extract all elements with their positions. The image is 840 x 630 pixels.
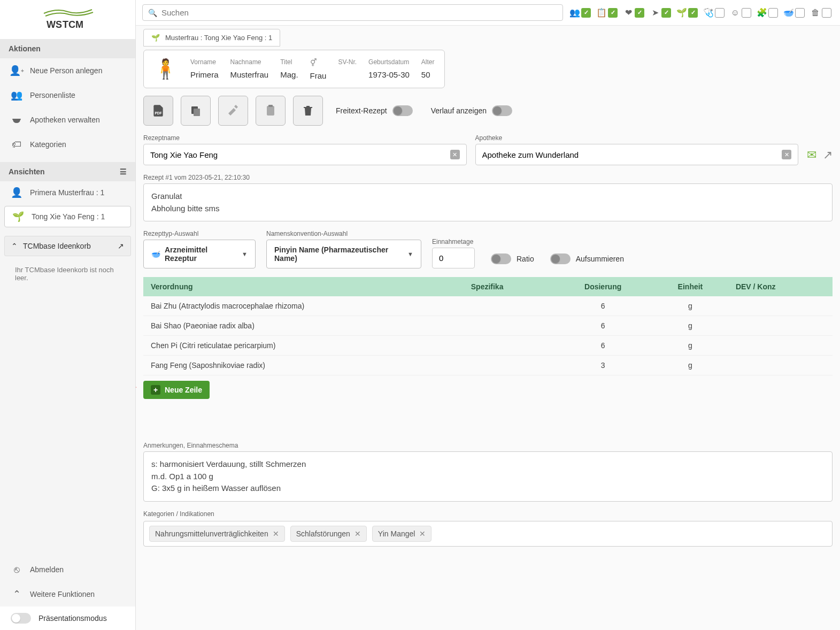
filter-people[interactable]: 👥✓	[567, 6, 593, 19]
filter-clipboard[interactable]: 📋✓	[594, 6, 620, 19]
menu-label: Apotheken verwalten	[30, 116, 100, 124]
svg-rect-4	[194, 109, 200, 116]
note-box[interactable]: Granulat Abholung bitte sms	[143, 183, 833, 221]
filter-send[interactable]: ➤✓	[648, 6, 673, 19]
view-person[interactable]: 👤Primera Musterfrau : 1	[0, 181, 135, 204]
search-input[interactable]	[161, 8, 557, 17]
filter-heart[interactable]: ❤✓	[621, 6, 646, 19]
filter-face[interactable]: ☺	[728, 6, 753, 19]
tags-icon: 🏷	[11, 139, 22, 150]
new-row-button[interactable]: +Neue Zeile	[143, 381, 210, 399]
apotheke-input[interactable]	[482, 150, 782, 159]
side-icons: ✉ ↗	[807, 148, 833, 165]
tag-row[interactable]: Nahrungsmittelunverträglichkeiten✕Schlaf…	[143, 521, 833, 547]
filter-trash[interactable]: 🗑	[808, 6, 834, 19]
sprout-icon: 🌱	[151, 34, 160, 42]
arrow-annotation	[136, 377, 143, 393]
ratio-toggle[interactable]	[491, 253, 511, 264]
action-row: PDF Freitext-Rezept Verlauf anzeigen	[143, 96, 833, 126]
menu-person-list[interactable]: 👥Personenliste	[0, 83, 135, 107]
content: 🌱Musterfrau : Tong Xie Yao Feng : 1 🧍 Vo…	[136, 26, 840, 630]
table-row[interactable]: Bai Zhu (Atractylodis macrocephalae rhiz…	[143, 296, 833, 316]
copy-button[interactable]	[181, 96, 211, 126]
more-functions[interactable]: ⌃Weitere Funktionen	[0, 582, 135, 606]
menu-pharmacies[interactable]: Apotheken verwalten	[0, 107, 135, 132]
table-row[interactable]: Fang Feng (Saposhnikoviae radix)3g	[143, 356, 833, 375]
einnahmetage-label: Einnahmetage	[432, 238, 475, 245]
paste-button[interactable]	[256, 96, 286, 126]
kategorien-label: Kategorien / Indikationen	[143, 510, 833, 518]
presentation-toggle[interactable]	[11, 613, 31, 624]
filter-icons: 👥✓ 📋✓ ❤✓ ➤✓ 🌱✓ 🩺 ☺ 🧩 🥣 🗑	[567, 6, 834, 19]
freitext-toggle[interactable]	[392, 105, 413, 116]
cell-dev	[728, 336, 833, 356]
rezepttyp-dropdown[interactable]: 🥣Arzneimittel Rezeptur▼	[143, 240, 256, 268]
clear-icon[interactable]: ✕	[782, 150, 791, 159]
chevron-up-icon: ⌃	[11, 588, 22, 600]
topbar: 🔍 👥✓ 📋✓ ❤✓ ➤✓ 🌱✓ 🩺 ☺ 🧩 🥣 🗑	[136, 0, 840, 26]
tag[interactable]: Schlafstörungen✕	[290, 526, 367, 542]
anmerkungen-box[interactable]: s: harmonisiert Verdauung, stillt Schmer…	[143, 451, 833, 502]
cell-dev	[728, 316, 833, 336]
cell-dev	[728, 356, 833, 375]
unchecked-icon	[742, 8, 751, 18]
check-icon: ✓	[608, 8, 618, 18]
tag-label: Yin Mangel	[378, 529, 415, 538]
menu-categories[interactable]: 🏷Kategorien	[0, 132, 135, 157]
mortar-icon: 🥣	[783, 7, 794, 18]
tag[interactable]: Nahrungsmittelunverträglichkeiten✕	[149, 526, 285, 542]
verlauf-toggle[interactable]	[492, 105, 512, 116]
field-value: Mag.	[280, 70, 298, 79]
caret-down-icon: ▼	[242, 251, 248, 257]
remove-tag-icon[interactable]: ✕	[419, 529, 426, 538]
envelope-icon[interactable]: ✉	[807, 148, 816, 162]
search-box[interactable]: 🔍	[142, 4, 563, 21]
sidebar-bottom: ⎋Abmelden ⌃Weitere Funktionen Präsentati…	[0, 557, 135, 630]
patient-card: 🧍 VornamePrimera NachnameMusterfrau Tite…	[143, 50, 445, 88]
cell-unit: g	[652, 316, 728, 336]
cell-dose: 6	[553, 336, 652, 356]
stethoscope-icon: 🩺	[703, 7, 714, 18]
table-row[interactable]: Chen Pi (Citri reticulatae pericarpium)6…	[143, 336, 833, 356]
clear-icon[interactable]: ✕	[450, 150, 460, 159]
apotheke-input-wrap[interactable]: ✕	[475, 144, 799, 165]
edit-button[interactable]	[218, 96, 248, 126]
einnahmetage-input[interactable]	[432, 248, 475, 268]
filter-stethoscope[interactable]: 🩺	[701, 6, 727, 19]
tag-label: Schlafstörungen	[296, 529, 350, 538]
th-verordnung: Verordnung	[143, 277, 464, 296]
filter-mortar[interactable]: 🥣	[781, 6, 807, 19]
filter-sprout[interactable]: 🌱✓	[674, 6, 700, 19]
check-icon: ✓	[635, 8, 644, 18]
view-label: Primera Musterfrau : 1	[30, 188, 104, 197]
cell-name: Bai Shao (Paeoniae radix alba)	[143, 316, 464, 336]
tab-recipe[interactable]: 🌱Musterfrau : Tong Xie Yao Feng : 1	[143, 29, 280, 47]
menu-new-person[interactable]: 👤+Neue Person anlegen	[0, 58, 135, 83]
th-dev: DEV / Konz	[728, 277, 833, 296]
unchecked-icon	[795, 8, 805, 18]
mortar-icon	[11, 114, 22, 126]
table-row[interactable]: Bai Shao (Paeoniae radix alba)6g	[143, 316, 833, 336]
menu-icon-lines[interactable]: ☰	[120, 167, 127, 176]
external-link-icon[interactable]: ↗	[823, 148, 833, 162]
plus-icon: +	[151, 385, 160, 395]
people-icon: 👥	[11, 89, 22, 101]
people-icon: 👥	[569, 7, 580, 18]
aufsummieren-toggle[interactable]	[550, 253, 571, 264]
remove-tag-icon[interactable]: ✕	[273, 529, 279, 538]
external-link-icon[interactable]: ↗	[118, 242, 124, 250]
rezeptname-input-wrap[interactable]: ✕	[143, 144, 467, 165]
cell-dose: 6	[553, 296, 652, 316]
pdf-button[interactable]: PDF	[143, 96, 173, 126]
view-recipe[interactable]: 🌱Tong Xie Yao Feng : 1	[4, 206, 131, 227]
namenskonvention-dropdown[interactable]: Pinyin Name (Pharmazeutischer Name)▼	[266, 240, 421, 268]
annot-line: s: harmonisiert Verdauung, stillt Schmer…	[151, 458, 824, 471]
remove-tag-icon[interactable]: ✕	[355, 529, 361, 538]
tcmbase-header[interactable]: ⌃TCMbase Ideenkorb ↗	[4, 236, 131, 256]
delete-button[interactable]	[293, 96, 323, 126]
rezeptname-input[interactable]	[150, 150, 450, 159]
logout-button[interactable]: ⎋Abmelden	[0, 557, 135, 582]
tag[interactable]: Yin Mangel✕	[372, 526, 432, 542]
face-icon: ☺	[730, 7, 741, 18]
filter-puzzle[interactable]: 🧩	[754, 6, 780, 19]
